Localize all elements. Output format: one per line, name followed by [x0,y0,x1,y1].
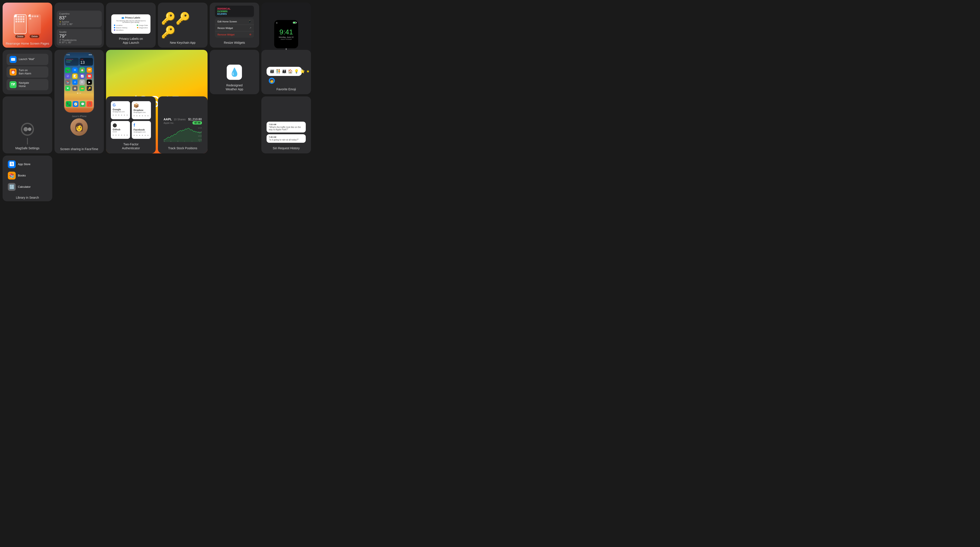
privacy-modal: 👥 Privacy Labels The following data may … [111,14,151,34]
calc-lib-label: Calculator [18,185,31,189]
privacy-modal-title: 👥 Privacy Labels [114,17,148,19]
ctx-resize[interactable]: Resize Widget ↗ [215,25,254,31]
magsafe-card: MagSafe Settings [3,97,52,153]
phone-app-grid: 📹 ✉ ⏰ 🗺 ☑ 📝 📈 📰 📚 A 🎙 ▶ ❤ 🏠 [64,67,94,92]
library-item-calculator[interactable]: 🔢 Calculator [6,182,49,192]
weather-redesign-title: RedesignedWeather App [226,83,243,91]
github-email: tcook [113,131,128,133]
stock-row-1: AAPL 10 Shares $1,210.80 [164,117,202,121]
activity-ring-widget: 350/500CAL 15/30MIN 4/12HRS [215,6,254,17]
facebook-service: Facebook [134,128,149,131]
wifi-icon: ▲ [276,22,278,24]
siri-shortcuts-card: ✉️ Launch "Mail" ⏰ Turn on8am Alarm 🗺 Na… [3,50,52,94]
stock-symbol-text: AAPL [164,117,172,121]
stock-y2: 120.55 [198,132,202,133]
siri-history-title: Siri Request History [273,146,300,150]
siri-action-alarm-label: Turn on8am Alarm [19,69,31,76]
podcasts-icon: 🎙 [80,79,85,85]
weather-temp-2: 79° [59,33,99,39]
watch-date: Monday, June 22 [279,36,294,38]
github-service: Github [113,128,128,131]
emoji-content: 👨‍👩‍👧 🧑‍🤝‍🧑 👨‍👩‍👦 🏠 💡 ⭐ ★ 🧑 [267,67,306,84]
siri-text-2: "Is it going to rain at all today?" [269,139,304,141]
facetime-app-icon: 📹 [65,67,70,73]
stock-change-badge: +$7.80 [192,121,202,124]
watch-alarm: Alarm 8:00AM [281,38,292,40]
delete-label-2[interactable]: Delete [30,35,40,38]
siri-history-card: 7:53 AM "What's the traffic look like on… [261,97,311,153]
notes-app-icon: 📝 [72,73,78,79]
stock-row-2: Apple Inc. +$7.80 [164,121,202,124]
google-code: • • • • • • [113,113,128,117]
siri-action-mail[interactable]: ✉️ Launch "Mail" [6,54,48,65]
tfa-dropbox: 📦 Dropbox tim@apple.com • • • • • • [132,101,151,119]
library-items: 🅰 App Store 📚 Books 🔢 Calculator [4,157,51,194]
stock-shares-text: 10 Shares [174,118,186,121]
keychain-title: New Keychain App [170,41,196,44]
magsafe-content [6,117,49,144]
emoji-3: 👨‍👩‍👦 [282,69,286,74]
tfa-google: G Google tim@gmail.com • • • • • • [111,101,130,119]
emoji-2: 🧑‍🤝‍🧑 [276,69,280,74]
home-icon: 🏠 [72,86,78,91]
reminders-icon: ☑ [65,73,70,79]
stock-area [164,128,202,142]
emoji-response: 🧑 [269,78,275,84]
emoji-4: 🏠 [288,69,293,74]
watch-time: 9:41 [279,28,293,36]
stock-header: AAPL 10 Shares $1,210.80 Apple Inc. +$7.… [161,115,205,124]
phone-widgets: TUE 13 350/500CAL 15/30MIN Fitness [64,57,94,67]
mini-screen-1: ✓ [14,14,27,34]
weather-redesign-card: 💧 RedesignedWeather App [210,50,259,94]
ctx-remove[interactable]: Remove Widget ⊖ [215,31,254,38]
tfa-title: Two-FactorAuthenticator [122,142,140,150]
google-service: Google [113,108,128,111]
phone-signal: ●●● [89,54,92,56]
siri-action-alarm[interactable]: ⏰ Turn on8am Alarm [6,67,48,78]
facebook-code: • • • • • • [134,133,149,137]
person-photo: 👩 [70,118,88,136]
privacy-title: Privacy Labels onApp Launch [119,37,143,44]
delete-label-1[interactable]: Delete [15,35,25,38]
hours-text: 4/12HRS [217,13,227,15]
clock-app-icon: ⏰ [80,67,85,73]
dock-music: 🎵 [87,101,92,107]
siri-messages: 7:53 AM "What's the traffic look like on… [264,120,308,144]
tfa-grid: G Google tim@gmail.com • • • • • • 📦 Dro… [109,100,153,141]
stock-chart-svg: 121.08 120.55 120.02 119.49 10 11 12 1 2… [163,125,203,143]
stock-card: AAPL 10 Shares $1,210.80 Apple Inc. +$7.… [158,97,208,153]
weather-tile-1: Cupertino 83° ☀ Sunrise H: 100° L: 80° [57,11,102,27]
weather-desc-2: ⛈ Thunderstorms [59,39,99,41]
weather-hilo-2: H: 97° L: 85° [59,41,99,44]
wallet-icon: 💳 [80,86,85,91]
watch-display: ▲ 9:41 Monday, June 22 Alarm 8:00AM [274,20,298,48]
library-item-books[interactable]: 📚 Books [6,170,49,181]
library-item-appstore[interactable]: 🅰 App Store [6,159,49,170]
stock-symbol-label: AAPL 10 Shares [164,117,186,121]
weather-widget-card: Cupertino 83° ☀ Sunrise H: 100° L: 80° S… [54,3,104,48]
stock-y1: 121.08 [198,127,202,129]
books-lib-label: Books [18,174,26,177]
stock-y4: 119.49 [198,140,202,141]
facetime-content: 9:41 ●●● TUE 13 350/500CAL 15/30MIN Fitn… [54,50,104,145]
keychain-app-icon: 🔑 [87,86,92,91]
siri-text-1: "What's the traffic look like on the way… [269,126,304,131]
resize-demo: 350/500CAL 15/30MIN 4/12HRS Edit Home Sc… [215,6,254,38]
mail-icon: ✉️ [10,56,17,63]
activity-widget: 350/500CAL 15/30MIN Fitness [65,58,79,66]
weather-hilo-1: H: 100° L: 80° [59,23,99,25]
tfa-card: G Google tim@gmail.com • • • • • • 📦 Dro… [106,97,156,153]
emoji-6: ⭐ [300,69,305,74]
rearrange-content: ✓ Delete ✓ Delete [5,14,50,40]
tfa-facebook: f Facebook tim@apple.com • • • • • • [132,121,151,139]
phone-page-dots [64,92,94,94]
ctx-edit[interactable]: Edit Home Screen 📱 [215,18,254,25]
tv-icon: ▶ [87,79,92,85]
maps-app-icon: 🗺 [87,67,92,73]
library-title: Library in Search [16,196,39,200]
rearrange-screens: ✓ Delete ✓ Delete [14,14,41,38]
stock-x5: 2 [192,141,192,142]
mini-screen-2: ✓ [28,14,41,34]
privacy-icon: 👥 [121,17,124,19]
siri-action-navigate[interactable]: 🗺 NavigateHome [6,79,48,90]
